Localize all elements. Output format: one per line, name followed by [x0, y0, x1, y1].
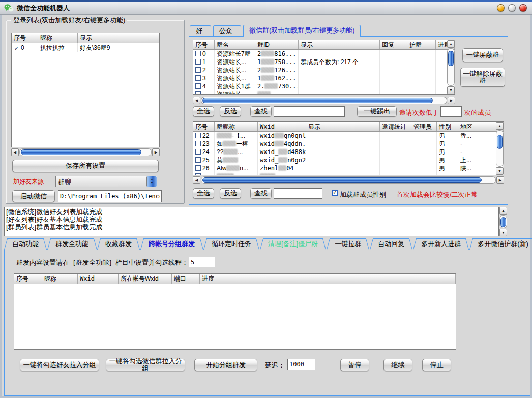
member-row[interactable]: 23 如一棒 wxid4qddn... 男 -	[193, 140, 504, 148]
scroll-up-icon[interactable]: ▲	[499, 207, 507, 215]
titlebar[interactable]: 微信全功能机器人	[0, 0, 532, 15]
scroll-thumb[interactable]	[497, 135, 503, 149]
member-table-hscrollbar[interactable]: ◀ ▶	[193, 176, 504, 184]
row-checkbox[interactable]	[195, 51, 201, 56]
scroll-left-icon[interactable]: ◀	[11, 148, 19, 156]
row-checkbox[interactable]	[195, 133, 201, 138]
unblock-groups-button[interactable]: 一键解除屏蔽群	[460, 68, 505, 87]
invite-count-input[interactable]	[440, 106, 462, 117]
scroll-up-icon[interactable]: ▲	[447, 40, 455, 48]
start-group-send-button[interactable]: 开始分组群发	[194, 359, 257, 371]
row-checkbox[interactable]	[195, 83, 201, 89]
log-output[interactable]: [微信系统]微信好友列表加载完成 [好友列表]好友基本信息加载完成 [群员列表]…	[4, 207, 499, 236]
kick-button[interactable]: 一键踢出	[357, 106, 397, 117]
scroll-down-icon[interactable]: ▼	[499, 229, 507, 236]
group-table[interactable]: 序号 群名 群ID 显示 回复 护群 进群 0 资源站长7群 2816... 1	[193, 40, 455, 95]
row-checkbox[interactable]	[195, 141, 201, 146]
start-wechat-button[interactable]: 启动微信	[12, 190, 55, 202]
login-row[interactable]: 0 扒拉扒拉 好友\36群9	[12, 43, 159, 52]
member-row[interactable]: 25 莫 wxid_n0go2... 男 上...	[193, 156, 504, 164]
group-row[interactable]: 1 资源站长... 1758... 群成员个数为: 217 个	[193, 58, 455, 66]
member-row[interactable]: 24 ??... wxid_d488k... 男 -	[193, 148, 504, 156]
member-find-button[interactable]: 查找	[250, 188, 272, 199]
row-checkbox[interactable]	[195, 59, 201, 65]
member-row[interactable]: 26 Alwn... zhenl04 男 陕...	[193, 164, 504, 172]
group-select-all-button[interactable]: 全选	[193, 106, 214, 117]
tab-one-key-pull-group[interactable]: 一键拉群	[328, 238, 368, 250]
login-row-checkbox[interactable]	[14, 45, 19, 50]
tab-auto-functions[interactable]: 自动功能	[6, 238, 45, 250]
add-checked-groups-to-group-button[interactable]: 一键将勾选微信群拉入分组	[106, 359, 185, 371]
tab-mass-send[interactable]: 群发全功能	[49, 238, 95, 250]
minimize-button[interactable]	[497, 4, 505, 12]
row-checkbox[interactable]	[195, 173, 201, 175]
tab-multi-newcomer[interactable]: 多开新人进群	[415, 238, 467, 250]
close-button[interactable]	[519, 4, 527, 12]
stop-button[interactable]: 停止	[422, 359, 451, 371]
row-checkbox[interactable]	[195, 91, 201, 95]
group-find-button[interactable]: 查找	[250, 106, 272, 117]
scroll-thumb[interactable]	[448, 51, 454, 66]
scroll-thumb[interactable]	[202, 177, 482, 183]
member-table[interactable]: 序号 群昵称 Wxid 显示 邀请统计 管理员 性别 地区 22 -【... w…	[193, 121, 504, 175]
group-row[interactable]: 0 资源站长7群 2816...	[193, 50, 455, 58]
scroll-thumb[interactable]	[202, 98, 433, 103]
tab-friends[interactable]: 好友	[190, 25, 211, 37]
tab-loop-timer-tasks[interactable]: 循环定时任务	[205, 238, 258, 250]
scroll-left-icon[interactable]: ◀	[193, 176, 200, 184]
group-row[interactable]: 3 资源站长... 1162...	[193, 74, 455, 82]
row-checkbox[interactable]	[195, 75, 201, 81]
save-all-settings-button[interactable]: 保存所有设置	[12, 160, 159, 172]
row-checkbox[interactable]	[195, 67, 201, 73]
scroll-thumb[interactable]	[500, 217, 506, 227]
tab-auto-reply[interactable]: 自动回复	[371, 238, 411, 250]
friend-source-select[interactable]: 群聊 ▲▼	[55, 176, 157, 187]
group-table-vscrollbar[interactable]: ▲ ▼	[447, 40, 455, 94]
member-row[interactable]: 22 -【... wxidqn0qnl... 男 香...	[193, 132, 504, 140]
member-find-input[interactable]	[274, 188, 322, 199]
member-row-partial[interactable]	[193, 172, 504, 175]
login-table[interactable]: 序号 昵称 显示 0 扒拉扒拉 好友\36群9	[11, 33, 160, 147]
tab-cross-account-group-send[interactable]: 跨帐号分组群发	[142, 238, 201, 250]
thread-count-input[interactable]	[189, 257, 215, 267]
scroll-right-icon[interactable]: ▶	[152, 148, 160, 156]
scroll-down-icon[interactable]: ▼	[496, 167, 504, 175]
redacted-nickname	[223, 141, 236, 146]
pause-button[interactable]: 暂停	[340, 359, 369, 371]
send-progress-table[interactable]: 序号 昵称 Wxid 所在帐号Wxid 端口 进度	[14, 273, 456, 350]
tab-multi-guard-group[interactable]: 多开微信护群(新)	[471, 238, 532, 250]
member-invert-button[interactable]: 反选	[220, 188, 241, 199]
scroll-thumb[interactable]	[21, 149, 141, 155]
row-checkbox[interactable]	[195, 157, 201, 163]
member-table-vscrollbar[interactable]: ▲ ▼	[496, 122, 504, 175]
block-groups-button[interactable]: 一键屏蔽群	[462, 48, 503, 62]
member-select-all-button[interactable]: 全选	[193, 188, 214, 199]
group-table-hscrollbar[interactable]: ◀ ▶	[193, 97, 455, 104]
window-title: 微信全功能机器人	[17, 4, 70, 13]
tab-official-accounts[interactable]: 公众号	[213, 25, 241, 37]
load-sex-checkbox[interactable]	[332, 190, 338, 196]
tab-clean-zombie-fans[interactable]: 清理[备注]僵尸粉	[261, 238, 324, 250]
group-row-partial[interactable]: 资源站长	[193, 90, 455, 95]
tab-wechat-groups[interactable]: 微信群(双击加载群员/右键更多功能)	[243, 25, 361, 37]
scroll-down-icon[interactable]: ▼	[447, 86, 455, 94]
scroll-right-icon[interactable]: ▶	[496, 176, 504, 184]
row-checkbox[interactable]	[195, 165, 201, 171]
group-invert-button[interactable]: 反选	[220, 106, 241, 117]
add-checked-friends-to-group-button[interactable]: 一键将勾选好友拉入分组	[20, 359, 99, 371]
maximize-button[interactable]	[508, 4, 516, 12]
group-row[interactable]: 4 资源站长1群 2.730...	[193, 82, 455, 90]
scroll-right-icon[interactable]: ▶	[448, 97, 455, 104]
row-checkbox[interactable]	[195, 149, 201, 155]
login-table-hscrollbar[interactable]: ◀ ▶	[11, 148, 160, 156]
wechat-path-input[interactable]	[58, 190, 162, 202]
log-vscrollbar[interactable]: ▲ ▼	[499, 207, 507, 236]
group-row[interactable]: 2 资源站长... 2126...	[193, 66, 455, 74]
scroll-up-icon[interactable]: ▲	[496, 122, 504, 130]
tab-favorite-send[interactable]: 收藏群发	[99, 238, 138, 250]
scroll-left-icon[interactable]: ◀	[193, 97, 200, 104]
spinner-updown-icon[interactable]: ▲▼	[146, 176, 157, 187]
continue-button[interactable]: 继续	[383, 359, 412, 371]
delay-input[interactable]	[287, 359, 315, 370]
group-find-input[interactable]	[274, 106, 345, 117]
